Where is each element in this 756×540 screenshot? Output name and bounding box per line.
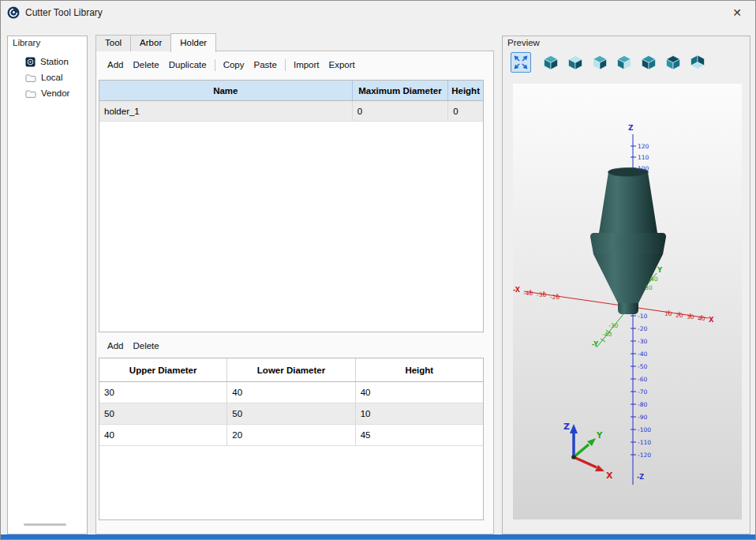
import-button[interactable]: Import <box>289 58 324 72</box>
view-right-icon <box>616 54 633 71</box>
panel-resize-handle[interactable] <box>24 523 66 526</box>
column-header-maximum-diameter: Maximum Diameter <box>353 81 449 100</box>
column-header-lower-diameter: Lower Diameter <box>227 358 355 381</box>
table-cell: 50 <box>99 403 227 424</box>
close-button[interactable]: ✕ <box>725 2 749 23</box>
segment-delete-button[interactable]: Delete <box>128 339 163 353</box>
sidebar-item-vendor[interactable]: Vendor <box>8 85 87 101</box>
table-cell: 10 <box>356 403 483 424</box>
tab-holder[interactable]: Holder <box>170 33 216 52</box>
svg-text:-50: -50 <box>638 363 647 370</box>
toolbar-separator <box>285 59 286 71</box>
triad-x-label: X <box>606 471 613 481</box>
table-cell: 40 <box>356 382 483 403</box>
station-logo-icon <box>25 57 36 67</box>
table-cell: 30 <box>99 382 227 403</box>
tab-tool[interactable]: Tool <box>95 35 131 51</box>
tab-arbor[interactable]: Arbor <box>130 35 171 51</box>
view-front-button[interactable] <box>589 52 610 73</box>
column-header-height: Height <box>448 81 483 100</box>
view-top-button[interactable] <box>565 52 586 73</box>
holder-table: Name Maximum Diameter Height holder_1 0 … <box>99 80 484 332</box>
table-cell: 0 <box>448 101 483 121</box>
table-row[interactable]: 40 20 45 <box>99 425 483 446</box>
svg-text:110: 110 <box>638 154 649 161</box>
segment-add-button[interactable]: Add <box>103 339 128 353</box>
table-cell: 50 <box>227 403 355 424</box>
export-button[interactable]: Export <box>324 58 360 72</box>
view-iso-button[interactable] <box>541 52 561 73</box>
svg-text:-120: -120 <box>638 452 651 459</box>
duplicate-button[interactable]: Duplicate <box>164 58 211 72</box>
table-row[interactable]: 30 40 40 <box>99 382 483 403</box>
cutter-tool-library-window: Cutter Tool Library ✕ Library Station Lo… <box>0 0 756 540</box>
preview-panel: Preview <box>502 36 750 534</box>
column-header-upper-diameter: Upper Diameter <box>99 358 227 381</box>
holder-tab-pane: Add Delete Duplicate Copy Paste Import E… <box>95 51 494 534</box>
sidebar-item-label: Station <box>40 57 69 66</box>
folder-icon <box>25 88 36 99</box>
view-bottom-button[interactable] <box>687 52 708 73</box>
y-axis-label: Y <box>657 266 663 274</box>
table-cell: 0 <box>353 101 449 121</box>
svg-text:-100: -100 <box>638 426 651 433</box>
segment-table-header: Upper Diameter Lower Diameter Height <box>99 358 483 382</box>
svg-text:-40: -40 <box>523 290 533 297</box>
orientation-triad: Z Y X <box>563 422 613 481</box>
table-row[interactable]: 50 50 10 <box>99 403 483 425</box>
neg-x-axis-label: -X <box>513 287 521 294</box>
svg-text:-30: -30 <box>638 338 647 345</box>
preview-viewport[interactable]: Z -Z X -X Y -Y 120110100-10-20-30-40-50-… <box>513 84 742 519</box>
background-window-strip <box>1 534 755 539</box>
svg-text:-30: -30 <box>537 291 546 298</box>
holder-toolbar: Add Delete Duplicate Copy Paste Import E… <box>103 58 360 72</box>
folder-icon <box>25 73 36 83</box>
sidebar-item-station[interactable]: Station <box>8 54 87 69</box>
neg-y-axis-label: -Y <box>592 341 598 348</box>
table-cell: holder_1 <box>99 101 353 121</box>
column-header-name: Name <box>99 81 353 100</box>
svg-text:-110: -110 <box>638 439 651 446</box>
delete-button[interactable]: Delete <box>128 58 163 72</box>
titlebar: Cutter Tool Library ✕ <box>1 1 755 24</box>
svg-text:-40: -40 <box>638 351 647 358</box>
segment-toolbar: Add Delete <box>103 339 164 353</box>
svg-text:-60: -60 <box>638 376 647 383</box>
svg-text:-70: -70 <box>638 388 647 396</box>
z-axis-label: Z <box>628 124 634 132</box>
fit-view-icon <box>512 54 530 71</box>
add-button[interactable]: Add <box>103 58 128 72</box>
svg-text:30: 30 <box>687 313 694 321</box>
sidebar-item-local[interactable]: Local <box>8 69 87 85</box>
table-cell: 45 <box>356 425 483 445</box>
view-back-icon <box>664 54 682 71</box>
svg-text:-30: -30 <box>608 322 618 329</box>
svg-text:30: 30 <box>645 284 653 291</box>
table-row[interactable]: holder_1 0 0 <box>99 101 483 122</box>
svg-text:-40: -40 <box>602 331 612 338</box>
copy-button[interactable]: Copy <box>219 58 249 72</box>
triad-z-label: Z <box>563 422 570 432</box>
svg-text:20: 20 <box>676 312 683 319</box>
view-iso-icon <box>542 54 560 71</box>
paste-button[interactable]: Paste <box>249 58 282 72</box>
view-back-button[interactable] <box>663 52 683 73</box>
view-front-icon <box>591 54 608 71</box>
svg-text:120: 120 <box>638 143 649 150</box>
svg-text:40: 40 <box>698 315 705 322</box>
view-left-button[interactable] <box>638 52 659 73</box>
svg-text:-20: -20 <box>638 325 647 332</box>
library-tree: Station Local Vendor <box>8 54 87 101</box>
column-header-height: Height <box>356 358 483 381</box>
svg-text:10: 10 <box>664 310 672 317</box>
view-bottom-icon <box>689 54 706 71</box>
triad-y-label: Y <box>596 431 603 440</box>
holder-table-header: Name Maximum Diameter Height <box>99 81 483 101</box>
library-panel: Library Station Local Vendo <box>7 36 88 534</box>
fit-view-button[interactable] <box>511 52 531 73</box>
svg-text:40: 40 <box>650 276 658 283</box>
svg-text:-80: -80 <box>638 401 647 408</box>
preview-panel-label: Preview <box>507 38 540 47</box>
svg-text:-20: -20 <box>550 294 560 301</box>
view-right-button[interactable] <box>614 52 634 73</box>
